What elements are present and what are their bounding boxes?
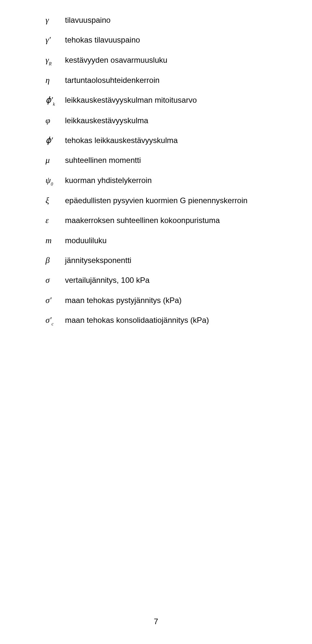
description: tilavuuspaino bbox=[65, 15, 110, 25]
definition-row: σvertailujännitys, 100 kPa bbox=[46, 275, 280, 285]
definition-row: βjännityseksponentti bbox=[46, 255, 280, 266]
description: vertailujännitys, 100 kPa bbox=[65, 275, 150, 285]
definition-row: mmoduuliluku bbox=[46, 235, 280, 246]
definition-row: ϕ′tehokas leikkauskestävyyskulma bbox=[46, 135, 280, 146]
definition-row: ϕ′kleikkauskestävyyskulman mitoitusarvo bbox=[46, 95, 280, 106]
description: tartuntaolosuhteidenkerroin bbox=[65, 75, 160, 85]
symbol: ϕ′k bbox=[46, 96, 65, 106]
definition-row: γtilavuuspaino bbox=[46, 15, 280, 25]
definition-row: γ′tehokas tilavuuspaino bbox=[46, 35, 280, 45]
symbol-list: γtilavuuspainoγ′tehokas tilavuuspainoγRk… bbox=[46, 15, 280, 326]
symbol: ϕ′ bbox=[46, 136, 65, 145]
definition-row: μsuhteellinen momentti bbox=[46, 155, 280, 165]
definition-row: εmaakerroksen suhteellinen kokoonpuristu… bbox=[46, 215, 280, 226]
description: moduuliluku bbox=[65, 235, 107, 246]
description: kuorman yhdistelykerroin bbox=[65, 175, 152, 186]
symbol: μ bbox=[46, 156, 65, 164]
symbol: γ bbox=[46, 16, 65, 24]
description: jännityseksponentti bbox=[65, 255, 131, 266]
description: tehokas tilavuuspaino bbox=[65, 35, 140, 45]
symbol: m bbox=[46, 236, 65, 245]
symbol: σ bbox=[46, 276, 65, 284]
symbol: φ bbox=[46, 116, 65, 125]
symbol: γR bbox=[46, 56, 65, 66]
symbol: ε bbox=[46, 216, 65, 225]
symbol: η bbox=[46, 76, 65, 85]
definition-row: φleikkauskestävyyskulma bbox=[46, 115, 280, 126]
description: leikkauskestävyyskulma bbox=[65, 115, 148, 126]
definition-row: σ′maan tehokas pystyjännitys (kPa) bbox=[46, 295, 280, 306]
symbol: σ′ bbox=[46, 296, 65, 305]
page-number: 7 bbox=[0, 617, 312, 626]
definition-row: ξepäedullisten pysyvien kuormien G piene… bbox=[46, 195, 280, 206]
description: leikkauskestävyyskulman mitoitusarvo bbox=[65, 95, 197, 105]
description: maakerroksen suhteellinen kokoonpuristum… bbox=[65, 215, 220, 226]
symbol: β bbox=[46, 256, 65, 265]
definition-row: ψ0kuorman yhdistelykerroin bbox=[46, 175, 280, 186]
description: epäedullisten pysyvien kuormien G pienen… bbox=[65, 195, 248, 206]
description: maan tehokas konsolidaatiojännitys (kPa) bbox=[65, 315, 209, 325]
symbol: ξ bbox=[46, 196, 65, 205]
symbol: ψ0 bbox=[46, 176, 65, 186]
definition-row: σ′cmaan tehokas konsolidaatiojännitys (k… bbox=[46, 315, 280, 326]
page: γtilavuuspainoγ′tehokas tilavuuspainoγRk… bbox=[0, 0, 312, 644]
definition-row: γRkestävyyden osavarmuusluku bbox=[46, 55, 280, 66]
description: kestävyyden osavarmuusluku bbox=[65, 55, 167, 65]
symbol: σ′c bbox=[46, 316, 65, 326]
definition-row: ηtartuntaolosuhteidenkerroin bbox=[46, 75, 280, 85]
description: suhteellinen momentti bbox=[65, 155, 141, 165]
description: tehokas leikkauskestävyyskulma bbox=[65, 135, 178, 146]
symbol: γ′ bbox=[46, 36, 65, 44]
description: maan tehokas pystyjännitys (kPa) bbox=[65, 295, 182, 306]
